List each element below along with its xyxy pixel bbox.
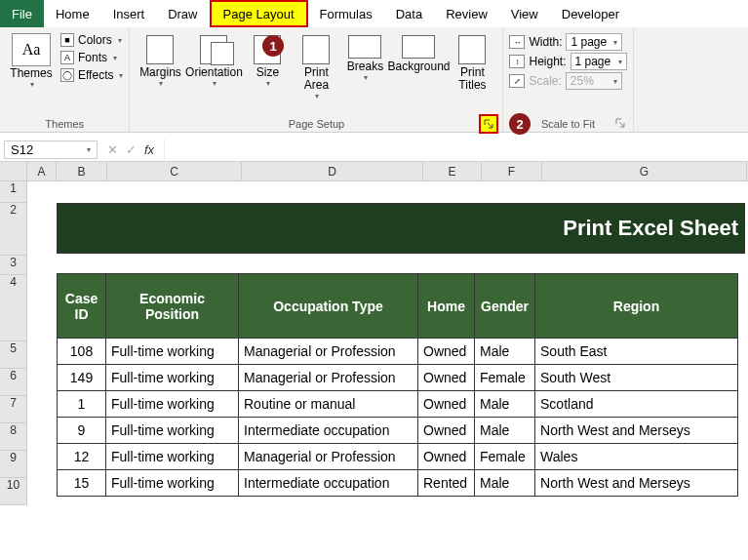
th-occupation: Occupation Type	[239, 274, 418, 339]
scale-input: 25%▾	[566, 72, 622, 90]
cell[interactable]: Female	[475, 365, 535, 391]
col-header[interactable]: E	[423, 162, 482, 180]
print-titles-button[interactable]: Print Titles	[448, 33, 496, 92]
callout-badge-2: 2	[509, 113, 531, 135]
dialog-launcher-icon	[484, 119, 493, 129]
row-header[interactable]: 3	[0, 256, 27, 275]
cell[interactable]: Full-time working	[106, 339, 239, 365]
tab-home[interactable]: Home	[44, 0, 101, 27]
cell[interactable]: Routine or manual	[239, 391, 418, 418]
cell[interactable]: Owned	[418, 391, 475, 418]
cell[interactable]: Owned	[418, 418, 475, 444]
cell[interactable]: Intermediate occupation	[239, 418, 418, 444]
tab-data[interactable]: Data	[384, 0, 434, 27]
cell[interactable]: Full-time working	[106, 470, 239, 497]
row-header[interactable]: 1	[0, 181, 27, 203]
cell[interactable]: 9	[58, 418, 106, 444]
height-select[interactable]: 1 page▾	[571, 53, 627, 70]
group-label-themes: Themes	[6, 116, 123, 132]
cell[interactable]: Full-time working	[106, 444, 239, 470]
background-icon	[402, 35, 435, 59]
effects-icon: ◯	[60, 68, 74, 82]
cell[interactable]: Owned	[418, 339, 475, 365]
margins-button[interactable]: Margins▾	[136, 33, 184, 88]
row-header[interactable]: 10	[0, 478, 27, 505]
themes-icon: Aa	[12, 33, 51, 66]
cell[interactable]: Male	[475, 418, 535, 444]
cell[interactable]: 149	[58, 365, 106, 391]
cell[interactable]: North West and Merseys	[535, 470, 738, 497]
page-setup-launcher[interactable]	[479, 114, 498, 134]
margins-icon	[146, 35, 174, 64]
tab-formulas[interactable]: Formulas	[308, 0, 384, 27]
cell[interactable]: Scotland	[535, 391, 738, 418]
row-header[interactable]: 4	[0, 275, 27, 341]
cell[interactable]: Intermediate occupation	[239, 470, 418, 497]
fx-icon[interactable]: fx	[144, 142, 154, 157]
cell[interactable]: Wales	[535, 444, 738, 470]
chevron-down-icon: ▾	[87, 145, 91, 154]
th-region: Region	[535, 274, 738, 339]
cell[interactable]: Rented	[418, 470, 475, 497]
col-header[interactable]: D	[242, 162, 423, 180]
tab-view[interactable]: View	[499, 0, 550, 27]
tab-draw[interactable]: Draw	[156, 0, 209, 27]
table-row: 12Full-time workingManagerial or Profess…	[58, 444, 738, 470]
cell[interactable]: Female	[475, 444, 535, 470]
cell[interactable]: Owned	[418, 444, 475, 470]
themes-button[interactable]: Aa Themes ▾	[6, 33, 57, 89]
col-header[interactable]: B	[57, 162, 107, 180]
col-header[interactable]: G	[542, 162, 747, 180]
print-area-button[interactable]: Print Area▾	[292, 33, 340, 100]
colors-button[interactable]: ■Colors▾	[60, 33, 123, 47]
col-header[interactable]: F	[482, 162, 542, 180]
width-select[interactable]: 1 page▾	[566, 33, 622, 51]
background-button[interactable]: Background	[389, 33, 448, 73]
row-header[interactable]: 5	[0, 341, 27, 369]
cell[interactable]: Full-time working	[106, 391, 239, 418]
enter-icon: ✓	[126, 142, 137, 157]
table-row: 9Full-time workingIntermediate occupatio…	[58, 418, 738, 444]
tab-developer[interactable]: Developer	[550, 0, 631, 27]
cell[interactable]: Male	[475, 391, 535, 418]
formula-input[interactable]	[164, 139, 748, 161]
row-header[interactable]: 9	[0, 451, 27, 478]
scale-icon: ⤢	[509, 74, 525, 88]
cell[interactable]: 12	[58, 444, 106, 470]
tab-review[interactable]: Review	[434, 0, 499, 27]
chevron-down-icon: ▾	[266, 79, 270, 88]
table-row: 108Full-time workingManagerial or Profes…	[58, 339, 738, 365]
cell[interactable]: Managerial or Profession	[239, 444, 418, 470]
chevron-down-icon: ▾	[159, 79, 163, 88]
cell[interactable]: Managerial or Profession	[239, 339, 418, 365]
cell[interactable]: North West and Merseys	[535, 418, 738, 444]
cell[interactable]: Managerial or Profession	[239, 365, 418, 391]
row-header[interactable]: 6	[0, 369, 27, 396]
breaks-button[interactable]: Breaks▾	[340, 33, 389, 82]
cell[interactable]: Full-time working	[106, 365, 239, 391]
effects-button[interactable]: ◯Effects▾	[60, 68, 123, 82]
col-header[interactable]: A	[27, 162, 57, 180]
cell[interactable]: 15	[58, 470, 106, 497]
cell[interactable]: Owned	[418, 365, 475, 391]
cell[interactable]: 108	[58, 339, 106, 365]
cell[interactable]: Male	[475, 339, 535, 365]
row-header[interactable]: 8	[0, 423, 27, 451]
tab-page-layout[interactable]: Page Layout	[210, 0, 308, 27]
cell[interactable]: 1	[58, 391, 106, 418]
tab-file[interactable]: File	[0, 0, 44, 27]
worksheet[interactable]: Print Excel Sheet Case ID Economic Posit…	[27, 181, 748, 505]
cell[interactable]: Full-time working	[106, 418, 239, 444]
row-header[interactable]: 7	[0, 396, 27, 423]
scale-launcher[interactable]	[613, 116, 627, 130]
tab-insert[interactable]: Insert	[101, 0, 157, 27]
fonts-button[interactable]: AFonts▾	[60, 51, 123, 64]
cell[interactable]: South West	[535, 365, 738, 391]
col-header[interactable]: C	[107, 162, 242, 180]
name-box[interactable]: S12▾	[4, 140, 98, 159]
cell[interactable]: South East	[535, 339, 738, 365]
select-all-corner[interactable]	[0, 162, 27, 180]
cell[interactable]: Male	[475, 470, 535, 497]
orientation-button[interactable]: Orientation▾	[184, 33, 243, 88]
row-header[interactable]: 2	[0, 203, 27, 256]
